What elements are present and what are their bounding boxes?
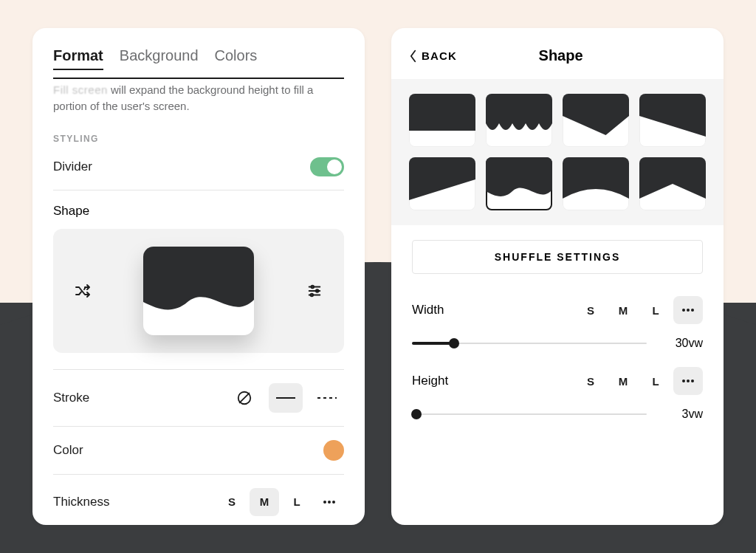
panel-tabs: Format Background Colors: [32, 28, 365, 76]
height-slider[interactable]: [412, 405, 647, 423]
stroke-option-dashed[interactable]: [310, 383, 344, 413]
none-icon: [236, 390, 252, 406]
svg-point-14: [687, 379, 690, 382]
height-size-options: S M L: [576, 367, 703, 395]
tab-format[interactable]: Format: [53, 47, 103, 70]
width-slider-thumb[interactable]: [449, 338, 459, 348]
width-value: 30vw: [660, 337, 703, 350]
scallop-shape-icon: [486, 94, 552, 147]
height-slider-thumb[interactable]: [411, 409, 422, 419]
svg-point-6: [323, 501, 326, 504]
thickness-option-m[interactable]: M: [250, 488, 279, 516]
section-styling-label: STYLING: [53, 134, 344, 144]
shuffle-icon: [74, 282, 92, 300]
svg-point-10: [682, 309, 685, 312]
shape-grid-wrap: [391, 79, 724, 225]
wave-shape-icon: [143, 247, 254, 335]
height-option-m[interactable]: M: [608, 367, 638, 395]
sliders-icon: [306, 283, 323, 299]
slope-right-shape-icon: [639, 94, 706, 147]
wave-shape-icon: [486, 157, 552, 210]
arch-shape-icon: [563, 157, 629, 210]
ellipsis-icon: [681, 308, 695, 312]
thickness-label: Thickness: [53, 495, 110, 509]
width-slider[interactable]: [412, 334, 647, 352]
stroke-label: Stroke: [53, 391, 89, 405]
shape-option-slope-right[interactable]: [639, 94, 706, 147]
shape-preview-card: [53, 229, 344, 353]
width-option-s[interactable]: S: [576, 296, 605, 324]
svg-rect-9: [409, 94, 475, 131]
width-option-l[interactable]: L: [641, 296, 670, 324]
shuffle-button[interactable]: [66, 275, 99, 307]
svg-point-12: [691, 309, 694, 312]
angle-shape-icon: [563, 94, 629, 147]
pointed-shape-icon: [639, 157, 706, 210]
stroke-option-none[interactable]: [227, 383, 261, 413]
divider-toggle[interactable]: [310, 157, 344, 176]
straight-shape-icon: [409, 94, 475, 147]
shuffle-settings-button[interactable]: SHUFFLE SETTINGS: [412, 240, 703, 274]
width-label: Width: [412, 303, 444, 317]
width-option-m[interactable]: M: [608, 296, 638, 324]
height-option-s[interactable]: S: [576, 367, 605, 395]
format-panel: Format Background Colors Fill screen wil…: [32, 28, 365, 525]
height-value: 3vw: [660, 408, 703, 421]
shape-option-slope-left[interactable]: [409, 157, 475, 210]
stroke-options: [227, 383, 344, 413]
toggle-knob: [327, 159, 342, 174]
color-swatch[interactable]: [323, 440, 344, 461]
shape-option-scallop[interactable]: [486, 94, 552, 147]
helper-text-cutoff: Fill screen: [53, 83, 108, 96]
chevron-left-icon: [409, 49, 417, 63]
shape-settings-button[interactable]: [298, 275, 331, 307]
tab-colors[interactable]: Colors: [215, 47, 258, 70]
row-thickness: Thickness S M L: [53, 475, 344, 526]
panel-header: BACK Shape: [391, 28, 724, 79]
helper-text: Fill screen will expand the background h…: [53, 78, 344, 114]
back-button[interactable]: BACK: [409, 49, 457, 63]
color-label: Color: [53, 443, 83, 458]
shape-settings-panel: BACK Shape: [391, 28, 724, 525]
shape-option-pointed[interactable]: [639, 157, 706, 210]
divider-label: Divider: [53, 159, 92, 174]
shape-option-straight[interactable]: [409, 94, 475, 147]
dashed-line-icon: [316, 394, 338, 402]
shape-option-angle[interactable]: [563, 94, 629, 147]
shape-preview[interactable]: [143, 247, 254, 335]
row-color: Color: [53, 427, 344, 475]
slope-left-shape-icon: [409, 157, 475, 210]
back-label: BACK: [422, 49, 457, 62]
ellipsis-icon: [323, 500, 336, 504]
height-option-custom[interactable]: [673, 367, 703, 395]
stroke-option-solid[interactable]: [269, 383, 303, 413]
svg-point-15: [691, 379, 694, 382]
panel-title: Shape: [457, 47, 706, 64]
svg-point-13: [682, 379, 685, 382]
solid-line-icon: [275, 394, 297, 402]
width-option-custom[interactable]: [673, 296, 703, 324]
tab-background[interactable]: Background: [120, 47, 199, 70]
thickness-options: S M L: [217, 488, 344, 516]
thickness-option-custom[interactable]: [315, 488, 344, 516]
height-setting: Height S M L: [412, 358, 703, 429]
svg-point-11: [687, 309, 690, 312]
height-label: Height: [412, 374, 448, 388]
shape-grid: [409, 94, 706, 210]
ellipsis-icon: [681, 379, 695, 383]
row-stroke: Stroke: [53, 370, 344, 427]
svg-point-8: [332, 501, 335, 504]
shape-option-wave[interactable]: [486, 157, 552, 210]
width-size-options: S M L: [576, 296, 703, 324]
thickness-option-s[interactable]: S: [217, 488, 247, 516]
shape-option-arch[interactable]: [563, 157, 629, 210]
height-option-l[interactable]: L: [641, 367, 670, 395]
demo-stage: Format Background Colors Fill screen wil…: [0, 0, 756, 553]
svg-point-7: [328, 501, 331, 504]
width-setting: Width S M L: [412, 287, 703, 358]
shape-block: Shape: [53, 190, 344, 370]
width-slider-fill: [412, 342, 454, 345]
panels-container: Format Background Colors Fill screen wil…: [0, 0, 756, 553]
shape-label: Shape: [53, 198, 344, 229]
thickness-option-l[interactable]: L: [282, 488, 312, 516]
